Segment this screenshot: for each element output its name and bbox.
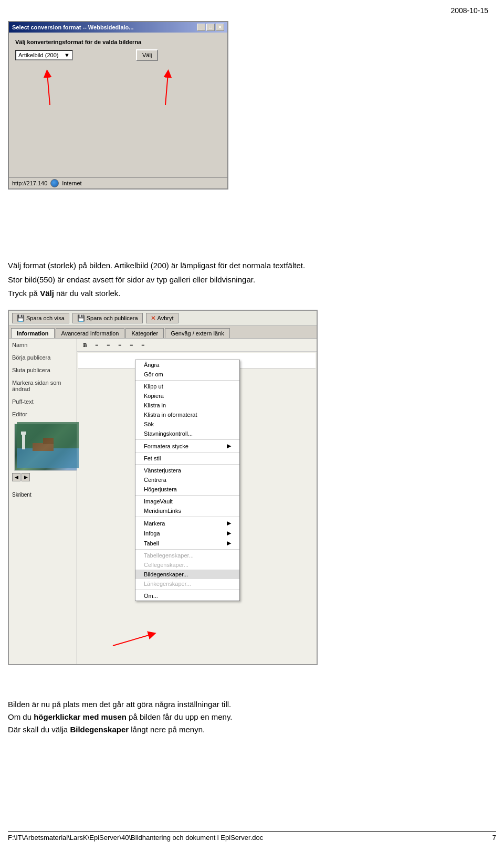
format-select[interactable]: Artikelbild (200) ▼ <box>15 50 73 60</box>
description-block-1: Välj format (storlek) på bilden. Artikel… <box>8 260 375 302</box>
align-left-button[interactable]: ≡ <box>115 340 124 350</box>
menu-tabell[interactable]: Tabell ▶ <box>135 538 239 548</box>
editor-tabs: Information Avancerad information Katego… <box>9 326 317 339</box>
menu-sep-3 <box>135 452 239 453</box>
dialog-statusbar: http://217.140 Internet <box>9 177 227 188</box>
globe-icon <box>50 179 59 187</box>
cancel-button[interactable]: ✕ Avbryt <box>146 313 178 323</box>
page-date: 2008-10-15 <box>450 6 488 15</box>
menu-hoger[interactable]: Högerjustera <box>135 485 239 494</box>
menu-kopiera[interactable]: Kopiera <box>135 391 239 401</box>
tab-avancerad[interactable]: Avancerad information <box>56 328 125 338</box>
desc1-line3-suffix: när du valt storlek. <box>54 289 121 298</box>
field-puff: Puff-text <box>12 398 74 405</box>
bottom-line3-suffix: långt nere på menyn. <box>129 725 205 734</box>
bottom-line3-bold: Bildegenskaper <box>70 725 129 734</box>
menu-sep-2 <box>135 439 239 440</box>
editor-toolbar: 💾 Spara och visa 💾 Spara och publicera ✕… <box>9 311 317 326</box>
svg-rect-5 <box>21 432 26 435</box>
menu-cell-egenskaper: Cellegenskaper... <box>135 560 239 570</box>
menu-sok[interactable]: Sök <box>135 419 239 429</box>
desc1-line3-bold: Välj <box>40 289 54 298</box>
dialog-screenshot: Select conversion format -- Webbsidedial… <box>8 21 228 190</box>
save-publish-label: Spara och publicera <box>87 315 138 321</box>
align-center-button[interactable]: ≡ <box>127 340 136 350</box>
menu-sep-5 <box>135 495 239 496</box>
dialog-titlebar-icons: _ □ ✕ <box>197 24 224 31</box>
menu-sep-6 <box>135 517 239 517</box>
desc1-line3: Tryck på Välj när du valt storlek. <box>8 288 375 300</box>
menu-angra[interactable]: Ångra <box>135 360 239 370</box>
tab-information[interactable]: Information <box>11 328 55 338</box>
statusbar-url: http://217.140 <box>12 180 47 186</box>
bottom-line2: Om du högerklickar med musen på bilden f… <box>8 711 375 723</box>
dialog-title: Select conversion format -- Webbsidedial… <box>12 24 133 30</box>
select-arrow-icon: ▼ <box>64 52 70 58</box>
bold-button[interactable]: B <box>80 340 90 350</box>
cancel-icon: ✕ <box>151 314 156 322</box>
menu-sep-8 <box>135 590 239 590</box>
menu-formatera[interactable]: Formatera stycke ▶ <box>135 441 239 451</box>
save-view-icon: 💾 <box>17 314 25 322</box>
menu-om[interactable]: Om... <box>135 591 239 601</box>
menu-vanster[interactable]: Vänsterjustera <box>135 466 239 475</box>
svg-rect-6 <box>33 443 54 451</box>
cancel-label: Avbryt <box>158 315 174 321</box>
dialog-titlebar: Select conversion format -- Webbsidedial… <box>9 22 227 33</box>
save-view-button[interactable]: 💾 Spara och visa <box>12 313 69 323</box>
tab-genvag[interactable]: Genväg / extern länk <box>165 328 230 338</box>
statusbar-zone: Internet <box>62 180 81 186</box>
dialog-spacer <box>15 66 221 171</box>
bottom-line3-prefix: Där skall du välja <box>8 725 70 734</box>
tab-kategorier[interactable]: Kategorier <box>125 328 164 338</box>
menu-sep-1 <box>135 380 239 381</box>
list1-button[interactable]: ≡ <box>92 340 101 350</box>
format-bar: B ≡ ≡ ≡ ≡ ≡ <box>77 339 317 352</box>
footer-path: F:\IT\Arbetsmaterial\LarsK\EpiServer\40\… <box>8 834 263 842</box>
menu-gor-om[interactable]: Gör om <box>135 370 239 379</box>
menu-sep-4 <box>135 464 239 465</box>
image-harbor <box>15 424 77 470</box>
menu-klistra-in-oform[interactable]: Klistra in oformaterat <box>135 410 239 419</box>
menu-infoga[interactable]: Infoga ▶ <box>135 528 239 538</box>
editor-image <box>14 424 77 471</box>
infoga-submenu-icon: ▶ <box>227 530 231 537</box>
field-markera: Markera sidan som ändrad <box>12 380 74 392</box>
desc1-line3-prefix: Tryck på <box>8 289 40 298</box>
menu-imagevault[interactable]: ImageVault <box>135 497 239 506</box>
maximize-button[interactable]: □ <box>206 24 215 31</box>
valj-button[interactable]: Välj <box>136 49 158 61</box>
save-view-label: Spara och visa <box>26 315 65 321</box>
menu-centrera[interactable]: Centrera <box>135 475 239 485</box>
context-menu: Ångra Gör om Klipp ut Kopiera Klistra in… <box>135 360 240 601</box>
save-publish-icon: 💾 <box>77 314 85 322</box>
image-control-btn-2[interactable]: ▶ <box>22 473 30 481</box>
bottom-line3: Där skall du välja Bildegenskaper långt … <box>8 723 375 736</box>
align-right-button[interactable]: ≡ <box>138 340 148 350</box>
minimize-button[interactable]: _ <box>197 24 205 31</box>
menu-klistra-in[interactable]: Klistra in <box>135 401 239 410</box>
menu-bild-egenskaper[interactable]: Bildegenskaper... <box>135 570 239 579</box>
image-controls: ◀ ▶ <box>12 473 74 481</box>
svg-rect-3 <box>17 448 77 468</box>
bottom-line2-suffix: på bilden får du upp en meny. <box>127 712 233 721</box>
field-namn: Namn <box>12 342 74 348</box>
menu-fet-stil[interactable]: Fet stil <box>135 454 239 463</box>
menu-stavning[interactable]: Stavningskontroll... <box>135 429 239 438</box>
editor-screenshot: 💾 Spara och visa 💾 Spara och publicera ✕… <box>8 310 318 665</box>
menu-tabell-egenskaper: Tabellegenskaper... <box>135 551 239 560</box>
menu-meridium[interactable]: MeridiumLinks <box>135 506 239 516</box>
close-button[interactable]: ✕ <box>216 24 224 31</box>
dialog-label: Välj konverteringsformat för de valda bi… <box>15 39 221 45</box>
menu-markera[interactable]: Markera ▶ <box>135 518 239 528</box>
image-control-btn-1[interactable]: ◀ <box>12 473 20 481</box>
field-borja: Börja publicera <box>12 354 74 361</box>
menu-sep-7 <box>135 549 239 550</box>
editor-left-panel: Namn Börja publicera Sluta publicera Mar… <box>9 339 77 664</box>
bottom-line2-bold: högerklickar med musen <box>34 712 127 721</box>
list2-button[interactable]: ≡ <box>103 340 113 350</box>
save-publish-button[interactable]: 💾 Spara och publicera <box>72 313 143 323</box>
field-editor: Editor <box>12 411 74 417</box>
menu-klipp-ut[interactable]: Klipp ut <box>135 382 239 391</box>
desc1-line2: Stor bild(550) är endast avsett för sido… <box>8 274 375 286</box>
